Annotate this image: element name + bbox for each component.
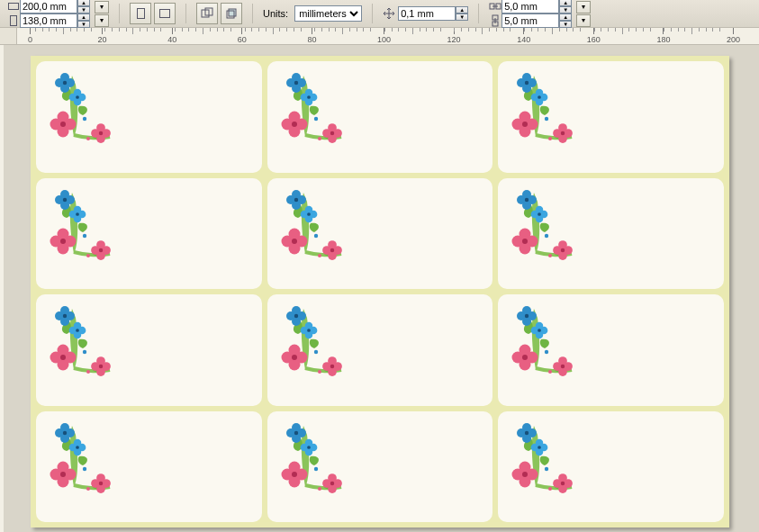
label-sheet[interactable] xyxy=(31,56,729,527)
nudge-down[interactable]: ▼ xyxy=(456,14,468,21)
portrait-icon xyxy=(137,8,145,19)
svg-rect-1 xyxy=(11,16,17,26)
units-select[interactable]: millimeters xyxy=(294,5,362,22)
overlap-icon xyxy=(201,7,213,20)
ruler-corner[interactable] xyxy=(0,28,17,44)
page-height-menu[interactable]: ▾ xyxy=(95,14,109,27)
dup-x-menu[interactable]: ▾ xyxy=(576,1,591,14)
page-width-down[interactable]: ▼ xyxy=(77,6,90,14)
label-card[interactable] xyxy=(36,294,262,406)
label-card[interactable] xyxy=(498,294,724,406)
nudge-arrows-icon xyxy=(383,7,395,20)
orientation-group xyxy=(126,0,179,27)
page-width-menu[interactable]: ▾ xyxy=(95,1,109,14)
units-label: Units: xyxy=(263,8,292,19)
flower-corner-art xyxy=(41,67,113,148)
page-width-input[interactable] xyxy=(20,0,77,14)
drawing-canvas[interactable] xyxy=(4,45,759,532)
ruler-tick: 200 xyxy=(727,28,740,44)
label-card[interactable] xyxy=(267,178,493,290)
dup-y-spin[interactable]: ▲▼ xyxy=(489,14,572,28)
label-card[interactable] xyxy=(498,61,724,173)
flower-corner-art xyxy=(503,300,575,381)
page-height-icon xyxy=(7,14,20,27)
page-size-group: ▲▼ ▲▼ ▾ ▾ xyxy=(4,0,113,27)
dup-x-down[interactable]: ▼ xyxy=(559,6,572,14)
dup-y-up[interactable]: ▲ xyxy=(559,14,572,21)
duplicate-y-icon xyxy=(489,14,501,27)
flower-corner-art xyxy=(41,300,113,381)
label-card[interactable] xyxy=(36,178,262,290)
current-page-button[interactable] xyxy=(221,3,242,24)
nudge-input[interactable] xyxy=(398,6,456,21)
label-card[interactable] xyxy=(267,61,493,173)
horizontal-ruler[interactable]: 020406080100120140160180200 xyxy=(0,28,759,45)
ruler-track: 020406080100120140160180200 xyxy=(17,28,759,44)
landscape-icon xyxy=(159,9,170,18)
flower-corner-art xyxy=(273,184,345,265)
landscape-button[interactable] xyxy=(154,3,176,24)
canvas-area xyxy=(0,45,759,532)
dup-x-up[interactable]: ▲ xyxy=(559,0,572,6)
nudge-spin[interactable]: ▲▼ xyxy=(398,6,468,21)
flower-corner-art xyxy=(41,184,113,265)
dup-y-down[interactable]: ▼ xyxy=(559,21,572,28)
page-width-spin[interactable]: ▲▼ xyxy=(7,0,90,14)
duplicate-x-icon xyxy=(489,0,501,13)
page-width-icon xyxy=(7,0,20,13)
flower-corner-art xyxy=(503,417,575,498)
nudge-group: ▲▼ xyxy=(379,0,472,27)
flower-corner-art xyxy=(273,417,345,498)
label-card[interactable] xyxy=(267,411,493,523)
flower-corner-art xyxy=(273,300,345,381)
ruler-tick: 0 xyxy=(28,28,32,44)
dup-y-input[interactable] xyxy=(501,14,559,28)
svg-rect-4 xyxy=(229,9,236,16)
dup-x-spin[interactable]: ▲▼ xyxy=(489,0,572,14)
top-toolbar: ▲▼ ▲▼ ▾ ▾ Units: millimeters xyxy=(0,0,759,28)
flower-corner-art xyxy=(273,67,345,148)
label-card[interactable] xyxy=(36,61,262,173)
portrait-button[interactable] xyxy=(130,3,151,24)
dup-x-input[interactable] xyxy=(501,0,559,14)
flower-corner-art xyxy=(503,184,575,265)
nudge-up[interactable]: ▲ xyxy=(456,6,468,14)
labels-grid xyxy=(36,61,724,522)
duplicate-group: ▲▼ ▲▼ ▾ ▾ xyxy=(485,0,594,27)
page-height-input[interactable] xyxy=(20,14,77,28)
dup-y-menu[interactable]: ▾ xyxy=(576,14,591,27)
page-width-up[interactable]: ▲ xyxy=(77,0,90,6)
units-group: Units: millimeters xyxy=(259,0,366,27)
flower-corner-art xyxy=(41,417,113,498)
page-scope-group xyxy=(193,0,246,27)
page-height-spin[interactable]: ▲▼ xyxy=(7,14,90,28)
page-height-down[interactable]: ▼ xyxy=(77,21,90,28)
label-card[interactable] xyxy=(267,294,493,406)
label-card[interactable] xyxy=(498,411,724,523)
label-card[interactable] xyxy=(498,178,724,290)
flower-corner-art xyxy=(503,67,575,148)
all-pages-button[interactable] xyxy=(196,3,218,24)
page-height-up[interactable]: ▲ xyxy=(77,14,90,21)
behind-icon xyxy=(225,7,238,20)
label-card[interactable] xyxy=(36,411,262,523)
svg-rect-0 xyxy=(9,4,19,10)
